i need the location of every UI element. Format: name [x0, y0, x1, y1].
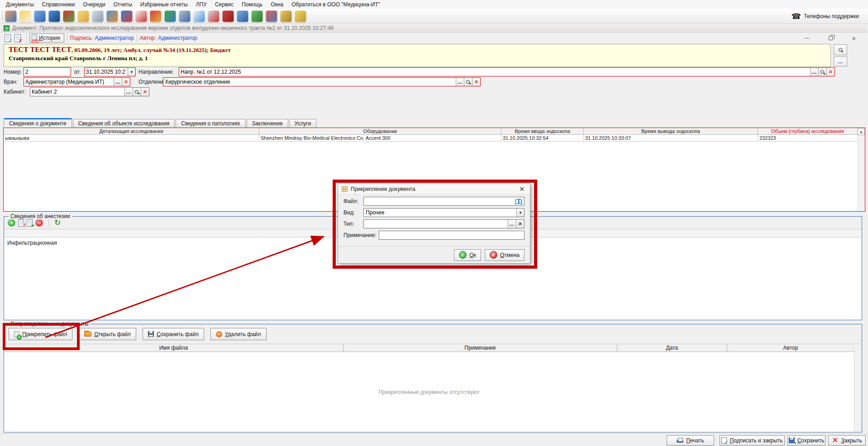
cabinet-browse-button[interactable]: … — [124, 88, 133, 96]
menu-item[interactable]: Обратиться в ООО "Медицина-ИТ" — [287, 0, 384, 9]
tab-2[interactable]: Сведения о патологиях — [176, 119, 245, 128]
doctor-clear-button[interactable]: ✕ — [122, 78, 130, 86]
direction-clear-button[interactable]: ✕ — [826, 68, 835, 76]
cabinet-search-button[interactable] — [133, 88, 141, 96]
menu-item[interactable]: Избранные отчеты — [136, 0, 192, 9]
menu-item[interactable]: Очереди — [79, 0, 110, 9]
edit-record-icon[interactable]: ! — [18, 219, 24, 227]
operator-icon[interactable] — [5, 10, 17, 22]
doctor-browse-button[interactable]: … — [114, 78, 122, 86]
attachments-col-header[interactable]: Примечание — [343, 344, 617, 351]
patient-more-button[interactable]: … — [834, 57, 847, 66]
patient-search-button[interactable] — [834, 44, 847, 55]
doctor-input[interactable] — [24, 78, 114, 86]
payments-icon[interactable] — [295, 10, 306, 22]
direction-input[interactable] — [179, 68, 810, 76]
delete-file-button[interactable]: − Удалить файл — [210, 328, 266, 340]
research-table-scrollbar[interactable]: ▲ — [857, 128, 865, 211]
nurse-icon[interactable] — [193, 10, 205, 22]
direction-search-button[interactable] — [818, 68, 826, 76]
support-phones-button[interactable]: ☎ Телефоны поддержки — [788, 10, 863, 23]
menu-item[interactable]: Справочники — [38, 0, 79, 9]
ok-button[interactable]: ✓ Ок — [454, 249, 481, 261]
schedule-icon[interactable] — [106, 10, 118, 22]
ledger-icon[interactable] — [251, 10, 263, 22]
menu-item[interactable]: Документы — [2, 0, 38, 9]
department-input[interactable] — [163, 78, 456, 86]
close-button[interactable]: ✕ Закрыть — [828, 435, 866, 446]
history-button[interactable]: LOG История — [29, 33, 64, 43]
menu-item[interactable]: Сервис — [211, 0, 238, 9]
date-dropdown-button[interactable]: ▼ — [128, 68, 135, 76]
attachments-col-header[interactable]: Дата — [617, 344, 727, 351]
remove-icon[interactable]: − — [35, 219, 43, 227]
research-col-header[interactable]: Оборудование — [259, 128, 501, 134]
research-col-header[interactable]: Объем (глубина) исследования — [758, 128, 857, 134]
pills-icon[interactable] — [164, 10, 176, 22]
unsign-document-icon[interactable]: ✗ — [14, 34, 21, 42]
note-input[interactable] — [379, 231, 524, 239]
kind-select[interactable]: ▼ — [363, 208, 525, 217]
department-search-button[interactable] — [464, 78, 472, 86]
pharmacy-basket-icon[interactable] — [150, 10, 162, 22]
type-browse-button[interactable]: … — [508, 220, 516, 228]
patient-card2-icon[interactable] — [48, 10, 60, 22]
notes-icon[interactable] — [19, 10, 31, 22]
research-row[interactable]: ываыаываShenzhen Mindray Bio-Medical Ele… — [4, 135, 857, 142]
restore-button[interactable] — [825, 34, 835, 42]
browse-file-button[interactable] — [513, 197, 524, 205]
type-input[interactable] — [364, 220, 508, 228]
cabinet-clear-button[interactable]: ✕ — [141, 88, 149, 96]
attachments-col-header[interactable]: Автор — [727, 344, 854, 351]
tab-4[interactable]: Услуги — [289, 119, 317, 128]
attachments-scrollbar[interactable] — [854, 345, 862, 432]
save-file-button[interactable]: Сохранить файл — [143, 328, 204, 340]
open-file-button[interactable]: Открыть файл — [79, 328, 136, 340]
file-input[interactable] — [364, 197, 513, 205]
number-input[interactable] — [24, 68, 71, 76]
barcode-scanner-icon[interactable] — [179, 10, 191, 22]
prescription-icon[interactable] — [77, 10, 89, 22]
department-clear-button[interactable]: ✕ — [472, 78, 480, 86]
save-button[interactable]: Сохранить — [787, 435, 825, 446]
type-clear-button[interactable]: ✕ — [516, 220, 524, 228]
menu-item[interactable]: ЛПУ — [192, 0, 211, 9]
first-aid-doc-icon[interactable] — [135, 10, 147, 22]
print-button[interactable]: Печать — [667, 435, 714, 446]
toolbar-grip[interactable] — [1, 10, 3, 22]
archive-icon[interactable] — [266, 10, 277, 22]
kind-dropdown-button[interactable]: ▼ — [516, 209, 524, 217]
workstation-icon[interactable] — [237, 10, 248, 22]
syringe-icon[interactable] — [92, 10, 104, 22]
security-lock-icon[interactable] — [280, 10, 292, 22]
save-record-icon[interactable]: ➜ — [27, 219, 33, 227]
add-icon[interactable]: + — [8, 219, 15, 227]
vaccines-icon[interactable] — [121, 10, 133, 22]
kind-value[interactable] — [364, 209, 516, 217]
close-window-button[interactable]: × — [849, 34, 859, 42]
tab-1[interactable]: Сведения об объекте исследования — [73, 119, 175, 128]
department-browse-button[interactable]: … — [456, 78, 464, 86]
sign-document-icon[interactable]: ✓ — [5, 34, 11, 42]
sign-and-close-button[interactable]: Подписать и закрыть — [720, 435, 785, 446]
scroll-up-button[interactable]: ▲ — [858, 128, 865, 135]
minimize-button[interactable] — [802, 34, 812, 42]
refresh-icon[interactable]: ↻ — [54, 219, 61, 227]
research-col-header[interactable]: Время вывода эндоскопа — [584, 128, 758, 134]
cabinet-input[interactable] — [30, 88, 124, 96]
thermometer-icon[interactable] — [208, 10, 219, 22]
dialog-close-button[interactable]: ✕ — [517, 185, 526, 193]
direction-browse-button[interactable]: … — [810, 68, 818, 76]
laboratory-icon[interactable] — [63, 10, 75, 22]
tab-3[interactable]: Заключение — [247, 119, 288, 128]
red-journal-icon[interactable] — [222, 10, 234, 22]
menu-item[interactable]: Отчеты — [110, 0, 136, 9]
patient-card-icon[interactable] — [34, 10, 46, 22]
cancel-button[interactable]: ✗ Отмена — [485, 249, 525, 261]
research-col-header[interactable]: Время ввода эндоскопа — [501, 128, 584, 134]
menu-item[interactable]: Помощь — [238, 0, 267, 9]
research-col-header[interactable]: Детализация исследования — [4, 128, 259, 134]
date-input[interactable] — [85, 68, 128, 76]
tab-0[interactable]: Сведения о документе — [4, 118, 72, 128]
menu-item[interactable]: Окна — [267, 0, 287, 9]
